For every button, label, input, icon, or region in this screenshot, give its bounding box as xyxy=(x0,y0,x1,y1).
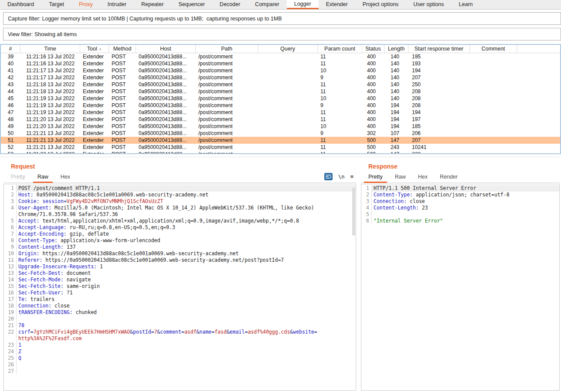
table-row[interactable]: 4311:21:18 13 Jul 2022ExtenderPOST0a9500… xyxy=(1,81,560,88)
response-editor[interactable]: 1HTTP/1.1 500 Internal Server Error2Cont… xyxy=(361,184,560,391)
line-number: 15 xyxy=(4,283,17,290)
line-number: 6 xyxy=(361,218,372,224)
table-row[interactable]: 4111:21:17 13 Jul 2022ExtenderPOST0a9500… xyxy=(1,67,560,74)
cell-tool: Extender xyxy=(80,144,109,151)
menu-tab-project-options[interactable]: Project options xyxy=(355,0,406,9)
cell-params: 11 xyxy=(318,88,362,95)
column-header-status[interactable]: Status xyxy=(362,45,384,53)
code-line: 27 xyxy=(4,368,356,375)
code-text: Te: trailers xyxy=(17,296,356,303)
cell-tool: Extender xyxy=(80,74,109,81)
menu-tab-dashboard[interactable]: Dashboard xyxy=(0,0,41,9)
cell-filler xyxy=(517,151,561,154)
cell-query xyxy=(258,144,318,151)
cell-status: 400 xyxy=(362,81,384,88)
tab-raw[interactable]: Raw xyxy=(389,174,412,182)
cell-timer: 206 xyxy=(408,130,470,137)
table-row[interactable]: 4611:21:19 13 Jul 2022ExtenderPOST0a9500… xyxy=(1,102,560,109)
cell-status: 400 xyxy=(362,109,384,116)
cell-status: 400 xyxy=(362,102,384,109)
column-header-timer[interactable]: Start response timer xyxy=(408,45,470,53)
menu-tab-extender[interactable]: Extender xyxy=(319,0,355,9)
table-row[interactable]: 4011:21:16 13 Jul 2022ExtenderPOST0a9500… xyxy=(1,60,560,67)
menu-tab-user-options[interactable]: User options xyxy=(406,0,451,9)
horizontal-splitter[interactable] xyxy=(0,154,561,157)
code-text: Sec-Fetch-Site: same-origin xyxy=(17,283,356,290)
menu-tab-learn[interactable]: Learn xyxy=(452,0,480,9)
cell-params: 11 xyxy=(318,137,362,144)
tab-hex[interactable]: Hex xyxy=(412,174,434,182)
cell-status: 400 xyxy=(362,60,384,67)
tab-render[interactable]: Render xyxy=(434,174,464,182)
tab-pretty[interactable]: Pretty xyxy=(362,174,389,182)
column-header-query[interactable]: Query xyxy=(258,45,318,53)
column-header-comment[interactable]: Comment xyxy=(470,45,517,53)
column-header-method[interactable]: Method xyxy=(109,45,136,53)
column-header-host[interactable]: Host xyxy=(136,45,196,53)
column-header-label: Start response timer xyxy=(415,46,464,52)
table-row[interactable]: 5011:21:21 13 Jul 2022ExtenderPOST0a9500… xyxy=(1,130,560,137)
code-line: 15Sec-Fetch-Site: same-origin xyxy=(4,283,356,290)
menu-tab-proxy[interactable]: Proxy xyxy=(71,0,100,9)
column-header-path[interactable]: Path xyxy=(196,45,258,53)
cell-host: 0a9500020413d88... xyxy=(136,151,196,154)
table-row[interactable]: 4511:21:19 13 Jul 2022ExtenderPOST0a9500… xyxy=(1,95,560,102)
table-row[interactable]: 3911:21:16 13 Jul 2022ExtenderPOST0a9500… xyxy=(1,53,560,60)
request-scrollbar[interactable] xyxy=(352,188,355,236)
table-row[interactable]: 5311:21:22 13 Jul 2022ExtenderPOST0a9500… xyxy=(1,151,560,154)
menu-tab-repeater[interactable]: Repeater xyxy=(134,0,171,9)
menu-tab-sequencer[interactable]: Sequencer xyxy=(171,0,212,9)
menu-tab-target[interactable]: Target xyxy=(41,0,71,9)
line-number: 1 xyxy=(361,185,372,192)
table-row[interactable]: 4711:21:19 13 Jul 2022ExtenderPOST0a9500… xyxy=(1,109,560,116)
cell-host: 0a9500020413d88... xyxy=(136,74,196,81)
column-header-tool[interactable]: Tool∧ xyxy=(80,45,109,53)
tab-pretty[interactable]: Pretty xyxy=(5,174,31,182)
editor-menu-icon[interactable]: ≡ xyxy=(350,174,354,179)
response-tab-strip: PrettyRawHexRender xyxy=(361,172,560,183)
cell-time: 11:21:19 13 Jul 2022 xyxy=(20,102,80,109)
tab-raw[interactable]: Raw xyxy=(31,174,54,182)
cell-path: /post/comment xyxy=(196,102,258,109)
table-row[interactable]: 5111:21:21 13 Jul 2022ExtenderPOST0a9500… xyxy=(1,137,560,144)
cell-num: 52 xyxy=(1,144,20,151)
format-code-icon[interactable] xyxy=(324,173,333,180)
newline-icon[interactable]: \n xyxy=(338,174,344,180)
column-header-num[interactable]: # xyxy=(1,45,20,53)
message-editors: Request PrettyRawHex\n≡ 1POST /post/comm… xyxy=(0,158,561,392)
code-line: 10Origin: https://0a9500020413d88ac08c5c… xyxy=(4,250,356,257)
code-text: http%3A%2F%2Fasdf.com xyxy=(17,335,356,342)
code-line: 4Content-Length: 23 xyxy=(361,205,559,211)
table-row[interactable]: 5211:21:21 13 Jul 2022ExtenderPOST0a9500… xyxy=(1,144,560,151)
code-text xyxy=(17,316,356,322)
cell-host: 0a9500020413d88... xyxy=(136,123,196,130)
table-row[interactable]: 4911:21:20 13 Jul 2022ExtenderPOST0a9500… xyxy=(1,123,560,130)
column-header-time[interactable]: Time xyxy=(20,45,80,53)
code-text: Sec-Fetch-User: ?1 xyxy=(17,290,356,296)
table-row[interactable]: 4211:21:17 13 Jul 2022ExtenderPOST0a9500… xyxy=(1,74,560,81)
menu-tab-decoder[interactable]: Decoder xyxy=(212,0,248,9)
line-number: 20 xyxy=(4,316,17,322)
cell-num: 46 xyxy=(1,102,20,109)
cell-query xyxy=(258,137,318,144)
cell-length: 140 xyxy=(384,81,408,88)
cell-comment xyxy=(470,137,517,144)
table-row[interactable]: 4811:21:20 13 Jul 2022ExtenderPOST0a9500… xyxy=(1,116,560,123)
request-editor[interactable]: 1POST /post/comment HTTP/1.12Host: 0a950… xyxy=(3,184,356,391)
tab-hex[interactable]: Hex xyxy=(54,174,76,182)
cell-host: 0a9500020413d88... xyxy=(136,67,196,74)
column-header-params[interactable]: Param count xyxy=(318,45,362,53)
menu-tab-comparer[interactable]: Comparer xyxy=(248,0,287,9)
column-header-label: Query xyxy=(280,46,295,52)
cell-tool: Extender xyxy=(80,116,109,123)
column-header-filler[interactable] xyxy=(517,45,561,53)
view-filter-bar[interactable]: View filter: Showing all items xyxy=(3,28,561,41)
menu-tab-logger[interactable]: Logger xyxy=(287,0,319,9)
table-row[interactable]: 4411:21:18 13 Jul 2022ExtenderPOST0a9500… xyxy=(1,88,560,95)
column-header-length[interactable]: Length xyxy=(384,45,408,53)
cell-num: 39 xyxy=(1,53,20,60)
line-number: 4 xyxy=(361,205,372,211)
capture-filter-bar[interactable]: Capture filter: Logger memory limit set … xyxy=(3,12,561,25)
menu-tab-intruder[interactable]: Intruder xyxy=(100,0,134,9)
view-filter-text: View filter: Showing all items xyxy=(8,31,77,37)
